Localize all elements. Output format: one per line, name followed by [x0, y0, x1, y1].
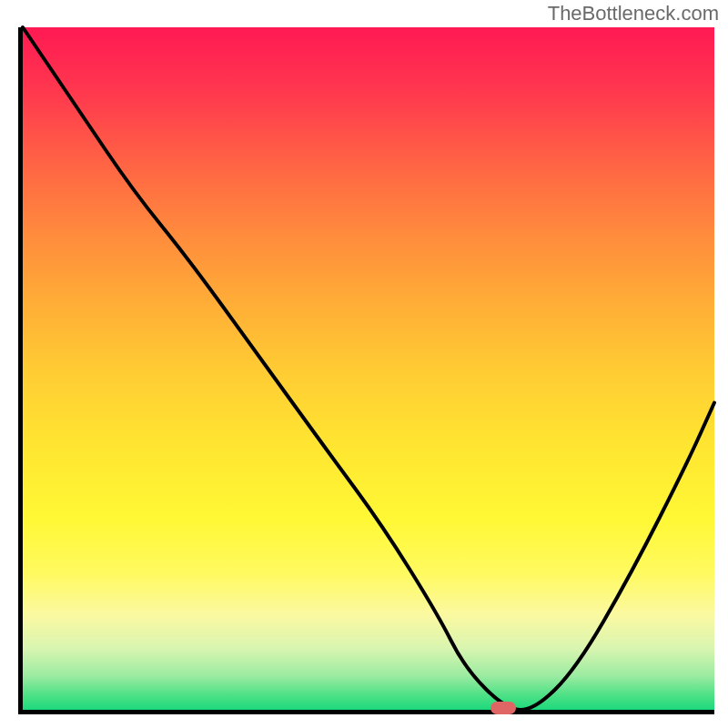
watermark-text: TheBottleneck.com [548, 2, 719, 25]
bottleneck-curve [23, 27, 714, 710]
curve-path [23, 27, 714, 710]
chart-container: TheBottleneck.com [0, 0, 728, 728]
plot-area [18, 27, 714, 714]
optimum-marker [490, 702, 516, 714]
